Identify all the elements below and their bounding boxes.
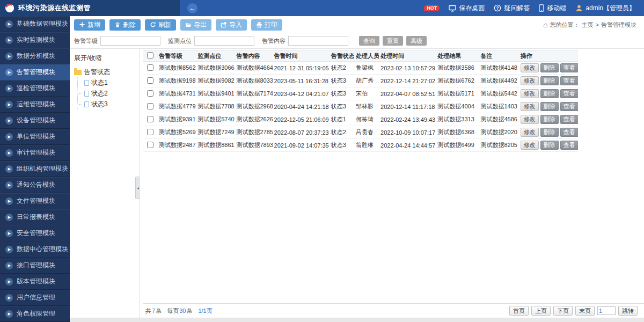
topbar-link-question[interactable]: ?疑问解答: [494, 4, 530, 13]
tree-expand-collapse[interactable]: 展开/收缩: [74, 54, 139, 63]
sidebar-item[interactable]: ▶用户信息管理: [0, 290, 70, 306]
sidebar-item[interactable]: ▶告警管理模块: [0, 64, 70, 80]
sidebar-item[interactable]: ▶文件管理模块: [0, 193, 70, 209]
delete-button[interactable]: 删除: [540, 141, 559, 150]
export-button[interactable]: 导出: [180, 19, 211, 31]
view-button[interactable]: 查看: [560, 76, 578, 85]
table-row: 测试数据9198测试数据9082测试数据80332023-05-11 16:31…: [143, 75, 578, 87]
last-page-button[interactable]: 末页: [575, 306, 595, 316]
import-icon: [221, 21, 227, 28]
topbar-link-phone[interactable]: 移动端: [539, 4, 566, 13]
table-cell: 测试数据4004: [436, 100, 479, 113]
row-select-cell: [143, 62, 157, 75]
sidebar-item[interactable]: ▶设备管理模块: [0, 113, 70, 129]
row-checkbox[interactable]: [147, 77, 153, 84]
panel-collapse-handle[interactable]: ◄: [135, 177, 140, 199]
user-menu[interactable]: admin【管理员】: [575, 4, 635, 13]
tree-root-node[interactable]: 告警状态: [74, 67, 139, 77]
delete-button[interactable]: 删除: [540, 89, 559, 98]
view-button[interactable]: 查看: [560, 115, 578, 124]
add-button[interactable]: 新增: [74, 19, 105, 31]
edit-button[interactable]: 修改: [521, 89, 539, 98]
sidebar-item[interactable]: ▶巡检管理模块: [0, 80, 70, 97]
tree-node[interactable]: 状态3: [79, 99, 139, 109]
row-checkbox[interactable]: [147, 116, 153, 122]
table-cell: 测试数据9391: [157, 113, 196, 126]
sidebar-item[interactable]: ▶角色权限管理: [0, 306, 70, 322]
sidebar-item[interactable]: ▶安全管理模块: [0, 225, 70, 241]
table-cell: 邹林影: [354, 100, 379, 113]
table-cell: 测试数据4731: [157, 87, 196, 100]
tree-panel: 展开/收缩 告警状态 状态1状态2状态3: [70, 49, 140, 318]
first-page-button[interactable]: 首页: [509, 306, 529, 316]
view-button[interactable]: 查看: [560, 102, 578, 111]
tree-node[interactable]: 状态1: [79, 77, 139, 88]
sidebar-item[interactable]: ▶审计管理模块: [0, 145, 70, 161]
sidebar-item[interactable]: ▶数据分析模块: [0, 48, 70, 64]
table-cell: 状态3: [330, 139, 354, 152]
edit-button[interactable]: 修改: [521, 128, 539, 137]
sidebar-item[interactable]: ▶版本管理模块: [0, 274, 70, 290]
breadcrumb-home[interactable]: 主页: [582, 21, 594, 29]
edit-button[interactable]: 修改: [521, 63, 539, 72]
sidebar-item-label: 单位管理模块: [17, 132, 55, 141]
sidebar-item[interactable]: ▶数据中心管理模块: [0, 241, 70, 258]
sidebar-item[interactable]: ▶组织机构管理模块: [0, 161, 70, 177]
reset-button[interactable]: 重置: [383, 36, 403, 46]
row-checkbox[interactable]: [147, 64, 153, 71]
sidebar-item[interactable]: ▶日常报表模块: [0, 209, 70, 225]
user-label: admin【管理员】: [586, 4, 635, 13]
monitor-point-input[interactable]: [194, 36, 254, 46]
row-checkbox[interactable]: [147, 90, 153, 97]
content: 展开/收缩 告警状态 状态1状态2状态3 ◄ 告警等级监测点位告警内容告警时间告…: [70, 48, 644, 318]
edit-button[interactable]: 修改: [521, 141, 539, 150]
table-cell: 测试数据5442: [479, 87, 518, 100]
print-button[interactable]: 打印: [251, 19, 282, 31]
select-all-checkbox[interactable]: [147, 52, 153, 58]
sidebar-item[interactable]: ▶接口管理模块: [0, 258, 70, 274]
refresh-button[interactable]: 刷新: [145, 19, 176, 31]
import-button[interactable]: 导入: [216, 19, 247, 31]
table-cell: 测试数据7249: [196, 126, 235, 139]
column-header: 监测点位: [196, 50, 235, 62]
bottom-scrollbar-strip[interactable]: [70, 318, 644, 322]
grid-area: 告警等级监测点位告警内容告警时间告警状态处理人员处理时间处理结果备注操作 测试数…: [140, 49, 644, 318]
chevron-right-icon: ▶: [5, 278, 13, 286]
sidebar-item[interactable]: ▶运维管理模块: [0, 97, 70, 113]
delete-button[interactable]: 删除: [540, 115, 559, 124]
prev-page-button[interactable]: 上页: [531, 306, 551, 316]
edit-button[interactable]: 修改: [521, 102, 539, 111]
view-button[interactable]: 查看: [560, 141, 578, 150]
delete-button[interactable]: 删除: [540, 128, 559, 137]
row-checkbox[interactable]: [147, 142, 153, 148]
view-button[interactable]: 查看: [560, 63, 578, 72]
row-checkbox[interactable]: [147, 129, 153, 135]
next-page-button[interactable]: 下页: [553, 306, 573, 316]
file-icon: [84, 80, 89, 86]
delete-button[interactable]: 删除: [540, 102, 559, 111]
table-cell: 测试数据4664: [235, 62, 272, 75]
tree-children: 状态1状态2状态3: [77, 77, 139, 109]
edit-button[interactable]: 修改: [521, 115, 539, 124]
search-button[interactable]: 查询: [359, 36, 379, 46]
tree-node[interactable]: 状态2: [79, 88, 139, 99]
view-button[interactable]: 查看: [560, 89, 578, 98]
row-checkbox[interactable]: [147, 103, 153, 109]
page-jump-input[interactable]: [597, 306, 616, 315]
sidebar-item[interactable]: ▶基础数据管理模块: [0, 16, 70, 32]
sidebar-item[interactable]: ▶通知公告模块: [0, 177, 70, 193]
view-button[interactable]: 查看: [560, 128, 578, 137]
delete-button[interactable]: 删除: [540, 76, 559, 85]
edit-button[interactable]: 修改: [521, 76, 539, 85]
delete-button[interactable]: 删除: [540, 63, 559, 72]
back-arrow-icon[interactable]: ←: [187, 3, 197, 13]
advanced-button[interactable]: 高级: [406, 36, 427, 46]
page-jump-button[interactable]: 跳转: [618, 306, 638, 316]
alarm-level-input[interactable]: [100, 36, 160, 46]
delete-button[interactable]: 删除: [109, 19, 141, 31]
sidebar-item[interactable]: ▶单位管理模块: [0, 129, 70, 145]
alarm-content-input[interactable]: [288, 36, 348, 46]
sidebar-item[interactable]: ▶实时监测模块: [0, 32, 70, 48]
topbar-link-monitor[interactable]: 保存桌面: [449, 4, 485, 13]
sidebar-item-label: 接口管理模块: [17, 261, 55, 270]
